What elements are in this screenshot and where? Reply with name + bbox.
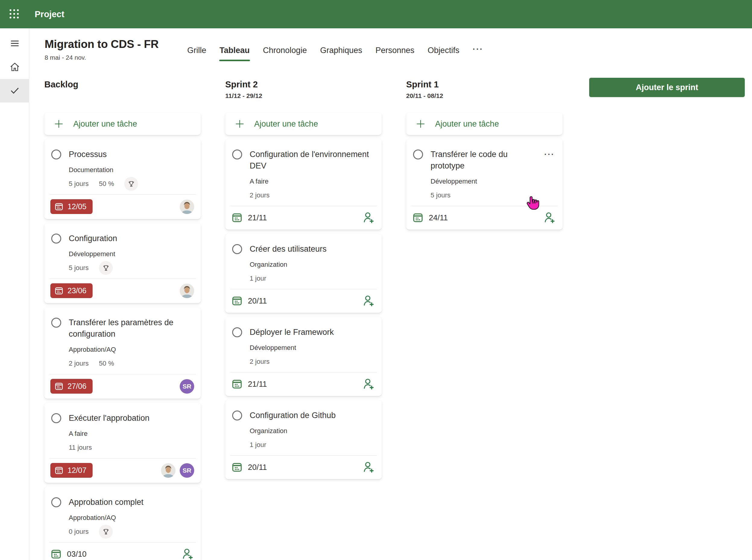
assign-person-icon[interactable] [361,377,375,391]
task-card-approbation-complet[interactable]: Approbation completApprobation/AQ0 jours… [44,487,201,560]
calendar-icon [51,548,62,560]
plus-icon [415,118,426,129]
task-complete-checkbox[interactable] [51,318,61,327]
tabs-overflow-button[interactable]: ··· [472,45,484,60]
task-card-configuration-de-l-environnement-dev[interactable]: Configuration de l'environnement DEVA fa… [225,139,382,230]
board-column-sprint-2: Sprint 211/12 - 29/12Ajouter une tâcheCo… [225,79,382,560]
check-icon [9,85,20,97]
task-duration: 5 jours [69,180,88,188]
more-options-icon[interactable]: ··· [544,148,555,160]
task-title: Déployer le Framework [250,326,334,338]
task-complete-checkbox[interactable] [413,149,423,159]
column-header: Sprint 211/12 - 29/12 [225,80,382,113]
card-footer: 03/10 [49,542,196,560]
due-date-text: 24/11 [429,213,448,222]
menu-toggle-button[interactable] [0,32,29,56]
task-complete-checkbox[interactable] [232,411,242,420]
add-task-button[interactable]: Ajouter une tâche [406,113,562,135]
card-footer-right [361,211,375,224]
task-card-transferer-le-code-du-prototype[interactable]: Transférer le code du prototype···Dévelo… [406,139,562,230]
assign-person-icon[interactable] [180,547,194,560]
task-complete-checkbox[interactable] [232,244,242,254]
card-body: Créer des utilisateursOrganization1 jour [225,234,382,285]
milestone-trophy-icon [124,177,138,191]
task-card-deployer-le-framework[interactable]: Déployer le FrameworkDéveloppement2 jour… [225,317,382,396]
task-card-processus[interactable]: ProcessusDocumentation5 jours50 %12/05 [44,139,201,219]
add-sprint-button[interactable]: Ajouter le sprint [589,78,745,97]
task-meta: 1 jour [250,272,374,285]
page-title: Migration to CDS - FR [45,38,159,51]
due-date-text: 21/11 [248,213,267,222]
sidebar-item-tasks[interactable] [0,79,29,102]
assign-person-icon[interactable] [542,211,556,224]
due-date-late-badge: 12/07 [51,463,93,478]
card-footer: 20/11 [230,455,377,479]
task-duration: 2 jours [69,360,88,367]
task-card-configuration-de-github[interactable]: Configuration de GithubOrganization1 jou… [225,400,382,479]
assignee-avatar-initials: SR [180,463,194,478]
tab-chronologie[interactable]: Chronologie [262,45,308,61]
card-content: Exécuter l'approbationA faire11 jours [69,412,193,455]
add-task-button[interactable]: Ajouter une tâche [44,113,201,135]
due-date-late-badge: 27/06 [51,379,93,394]
task-complete-checkbox[interactable] [51,497,61,507]
assign-person-icon[interactable] [361,294,375,308]
app-header: Project [0,0,752,28]
board-column-backlog: BacklogAjouter une tâcheProcessusDocumen… [44,79,201,560]
task-meta: 2 jours50 % [69,357,193,371]
task-card-executer-l-approbation[interactable]: Exécuter l'approbationA faire11 jours12/… [44,403,201,483]
board-column-sprint-1: Sprint 120/11 - 08/12Ajouter une tâcheTr… [406,79,562,560]
sidebar [0,28,29,560]
task-title: Transférer les paramètres de configurati… [69,317,193,340]
task-complete-checkbox[interactable] [232,327,242,337]
add-task-label: Ajouter une tâche [73,119,137,129]
tab-objectifs[interactable]: Objectifs [427,45,460,61]
task-complete-checkbox[interactable] [51,149,61,159]
card-body: Configuration de GithubOrganization1 jou… [225,400,382,452]
card-body: Déployer le FrameworkDéveloppement2 jour… [225,317,382,368]
tab-tableau[interactable]: Tableau [219,45,250,61]
task-bucket: Approbation/AQ [69,514,193,522]
card-footer-right: SR [180,379,194,394]
task-meta: 5 jours [69,261,193,275]
task-bucket: Organization [250,261,374,268]
task-complete-checkbox[interactable] [51,234,61,243]
due-date-text: 20/11 [248,463,267,472]
task-complete-checkbox[interactable] [51,413,61,423]
card-content: Transférer le code du prototype···Dévelo… [431,148,555,202]
task-card-configuration[interactable]: ConfigurationDéveloppement5 jours23/06 [44,223,201,303]
due-date: 20/11 [231,295,267,306]
task-card-transferer-les-parametres-de-configuration[interactable]: Transférer les paramètres de configurati… [44,307,201,399]
task-duration: 1 jour [250,275,266,282]
due-date: 03/10 [51,548,86,560]
board: BacklogAjouter une tâcheProcessusDocumen… [44,79,562,560]
column-date-range: 20/11 - 08/12 [406,92,562,99]
tab-personnes[interactable]: Personnes [375,45,415,61]
card-footer-right [542,211,556,224]
card-footer-right [180,547,194,560]
task-title: Exécuter l'approbation [69,412,150,424]
view-tabs: GrilleTableauChronologieGraphiquesPerson… [186,45,484,61]
card-body: Exécuter l'approbationA faire11 jours [44,403,201,455]
card-footer: 21/11 [230,372,377,396]
task-card-creer-des-utilisateurs[interactable]: Créer des utilisateursOrganization1 jour… [225,234,382,313]
calendar-icon [54,286,64,295]
project-date-range: 8 mai - 24 nov. [45,54,159,61]
task-complete-checkbox[interactable] [232,149,242,159]
task-duration: 5 jours [431,192,451,199]
assign-person-icon[interactable] [361,460,375,474]
sidebar-item-home[interactable] [0,56,29,79]
task-meta: 2 jours [250,355,374,368]
tab-graphiques[interactable]: Graphiques [320,45,363,61]
app-launcher-button[interactable] [0,0,28,28]
card-footer: 23/06 [49,279,196,303]
assignee-avatar-photo [180,284,194,298]
assignee-avatar-photo [161,463,176,478]
assign-person-icon[interactable] [361,211,375,224]
column-header: Sprint 120/11 - 08/12 [406,80,562,113]
task-title: Processus [69,148,107,160]
card-footer: 12/07SR [49,458,196,483]
task-bucket: Développement [250,344,374,352]
add-task-button[interactable]: Ajouter une tâche [225,113,382,135]
tab-grille[interactable]: Grille [186,45,207,61]
